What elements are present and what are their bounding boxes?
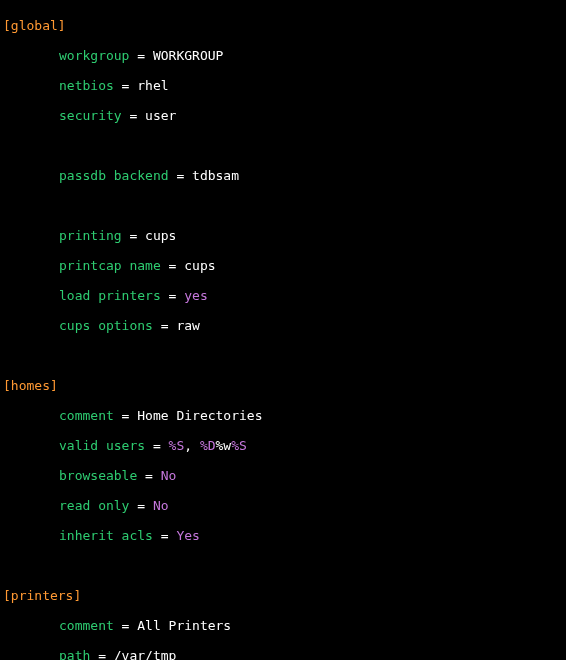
equals: =	[153, 318, 176, 333]
val-passdb: tdbsam	[192, 168, 239, 183]
equals: =	[161, 288, 184, 303]
val-validusers-d: %D	[200, 438, 216, 453]
equals: =	[90, 648, 113, 660]
equals: =	[161, 258, 184, 273]
key-loadprinters: load printers	[59, 288, 161, 303]
val-p-comment: All Printers	[137, 618, 231, 633]
val-h-comment: Home Directories	[137, 408, 262, 423]
key-p-comment: comment	[59, 618, 114, 633]
val-validusers-w: %w	[216, 438, 232, 453]
equals: =	[122, 228, 145, 243]
equals: =	[169, 168, 192, 183]
key-h-browseable: browseable	[59, 468, 137, 483]
equals: =	[153, 528, 176, 543]
key-validusers: valid users	[59, 438, 145, 453]
key-security: security	[59, 108, 122, 123]
section-printers: [printers]	[3, 588, 81, 603]
val-workgroup: WORKGROUP	[153, 48, 223, 63]
val-security: user	[145, 108, 176, 123]
val-printing: cups	[145, 228, 176, 243]
key-printing: printing	[59, 228, 122, 243]
equals: =	[129, 48, 152, 63]
key-inherit: inherit acls	[59, 528, 153, 543]
val-loadprinters: yes	[184, 288, 207, 303]
key-cupsoptions: cups options	[59, 318, 153, 333]
comma: ,	[184, 438, 200, 453]
key-printcap: printcap name	[59, 258, 161, 273]
val-inherit: Yes	[176, 528, 199, 543]
key-netbios: netbios	[59, 78, 114, 93]
val-validusers-s1: %S	[169, 438, 185, 453]
key-h-readonly: read only	[59, 498, 129, 513]
val-netbios: rhel	[137, 78, 168, 93]
val-h-readonly: No	[153, 498, 169, 513]
equals: =	[114, 78, 137, 93]
equals: =	[114, 408, 137, 423]
equals: =	[114, 618, 137, 633]
val-printcap: cups	[184, 258, 215, 273]
val-cupsoptions: raw	[176, 318, 199, 333]
val-p-path: /var/tmp	[114, 648, 177, 660]
equals: =	[129, 498, 152, 513]
val-h-browseable: No	[161, 468, 177, 483]
key-workgroup: workgroup	[59, 48, 129, 63]
vim-editor[interactable]: [global] workgroup = WORKGROUP netbios =…	[0, 0, 566, 660]
equals: =	[122, 108, 145, 123]
key-h-comment: comment	[59, 408, 114, 423]
equals: =	[137, 468, 160, 483]
section-homes: [homes]	[3, 378, 58, 393]
val-validusers-s2: %S	[231, 438, 247, 453]
section-global: [global]	[3, 18, 66, 33]
equals: =	[145, 438, 168, 453]
key-passdb: passdb backend	[59, 168, 169, 183]
key-p-path: path	[59, 648, 90, 660]
